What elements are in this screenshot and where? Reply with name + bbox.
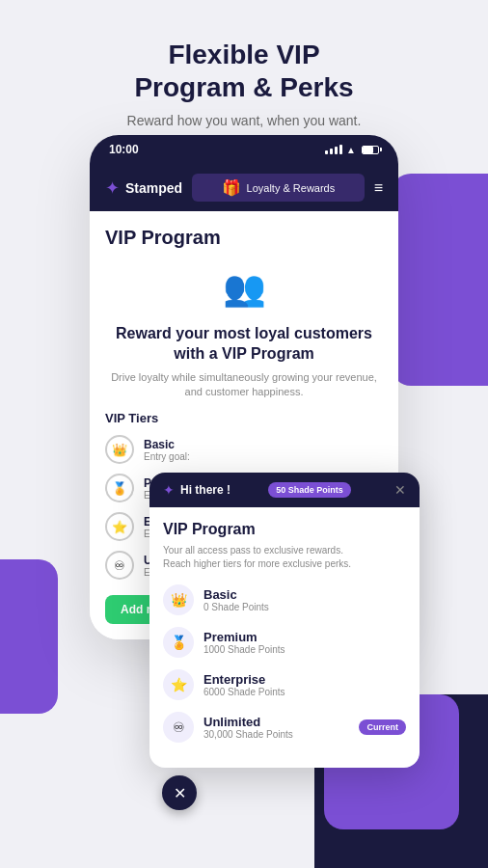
overlay-tier-points-basic: 0 Shade Points [203, 602, 269, 612]
overlay-tier-icon-enterprise: ⭐ [163, 669, 194, 700]
overlay-tier-enterprise: ⭐ Enterprise 6000 Shade Points [163, 669, 406, 700]
overlay-tier-name-basic: Basic [203, 587, 269, 602]
vip-hero-sub: Drive loyalty while simultaneously growi… [105, 370, 383, 400]
bg-shape-right [392, 174, 488, 386]
overlay-header: ✦ Hi there ! 50 Shade Points ✕ [149, 473, 420, 507]
overlay-tier-info-basic: Basic 0 Shade Points [203, 587, 269, 612]
page-title: Flexible VIP Program & Perks [39, 39, 449, 103]
nav-loyalty-text: Loyalty & Rewards [247, 182, 336, 194]
vip-people-icon: 👥 [223, 268, 266, 308]
overlay-tier-name-enterprise: Enterprise [203, 672, 285, 687]
overlay-vip-title: VIP Program [163, 521, 406, 538]
tier-info-basic: Basic Entry goal: [144, 438, 190, 462]
tier-icon-basic: 👑 [105, 435, 134, 464]
tier-icon-premium: 🏅 [105, 474, 134, 502]
nav-logo-text: Stamped [125, 180, 182, 196]
tier-icon-unlimited: ♾ [105, 551, 134, 580]
overlay-tier-info-premium: Premium 1000 Shade Points [203, 630, 285, 655]
signal-bar-1 [325, 150, 328, 154]
overlay-tier-icon-basic: 👑 [163, 584, 194, 615]
overlay-points-badge: 50 Shade Points [268, 482, 351, 498]
overlay-logo-area: ✦ Hi there ! [163, 482, 230, 498]
nav-loyalty-tab[interactable]: 🎁 Loyalty & Rewards [192, 174, 365, 202]
overlay-tier-points-premium: 1000 Shade Points [203, 644, 285, 655]
overlay-tier-name-premium: Premium [203, 630, 285, 644]
signal-bar-3 [335, 147, 338, 154]
overlay-tier-premium: 🏅 Premium 1000 Shade Points [163, 627, 406, 658]
vip-icon-area: 👥 [105, 268, 383, 309]
tier-name-basic: Basic [144, 438, 190, 451]
overlay-tier-basic: 👑 Basic 0 Shade Points [163, 584, 406, 615]
overlay-body: VIP Program Your all access pass to excl… [149, 507, 420, 768]
overlay-tier-icon-unlimited: ♾ [163, 712, 194, 743]
bg-shape-left [0, 559, 58, 714]
overlay-close-icon[interactable]: ✕ [394, 482, 406, 498]
vip-tiers-title: VIP Tiers [105, 411, 383, 425]
gift-icon: 🎁 [222, 178, 241, 197]
header-section: Flexible VIP Program & Perks Reward how … [0, 0, 488, 148]
overlay-tier-info-enterprise: Enterprise 6000 Shade Points [203, 672, 285, 697]
nav-bar: ✦ Stamped 🎁 Loyalty & Rewards ≡ [90, 164, 398, 211]
tier-icon-enterprise: ⭐ [105, 512, 134, 541]
close-fab-icon: ✕ [174, 784, 186, 802]
nav-logo: ✦ Stamped [105, 177, 182, 199]
overlay-tier-points-enterprise: 6000 Shade Points [203, 687, 285, 697]
tier-row-basic: 👑 Basic Entry goal: [105, 435, 383, 464]
tier-entry-basic: Entry goal: [144, 451, 190, 462]
hamburger-menu-icon[interactable]: ≡ [374, 179, 383, 197]
close-fab-button[interactable]: ✕ [162, 775, 197, 810]
overlay-tier-name-unlimited: Unlimited [203, 715, 293, 729]
overlay-hi-text: Hi there ! [180, 483, 230, 497]
overlay-card: ✦ Hi there ! 50 Shade Points ✕ VIP Progr… [149, 473, 420, 768]
overlay-tier-unlimited: ♾ Unlimited 30,000 Shade Points Current [163, 712, 406, 743]
page-subtitle: Reward how you want, when you want. [39, 113, 449, 128]
signal-bar-2 [330, 149, 333, 154]
vip-hero-title: Reward your most loyal customers with a … [105, 324, 383, 365]
stamped-logo-icon: ✦ [105, 177, 120, 199]
vip-center-text: Reward your most loyal customers with a … [105, 324, 383, 399]
vip-program-title: VIP Program [105, 227, 383, 249]
overlay-tier-info-unlimited: Unlimited 30,000 Shade Points [203, 715, 293, 740]
overlay-logo-icon: ✦ [163, 482, 175, 498]
current-badge: Current [359, 719, 406, 735]
overlay-tier-points-unlimited: 30,000 Shade Points [203, 729, 293, 740]
overlay-vip-subtitle: Your all access pass to exclusive reward… [163, 544, 406, 571]
overlay-tier-icon-premium: 🏅 [163, 627, 194, 658]
